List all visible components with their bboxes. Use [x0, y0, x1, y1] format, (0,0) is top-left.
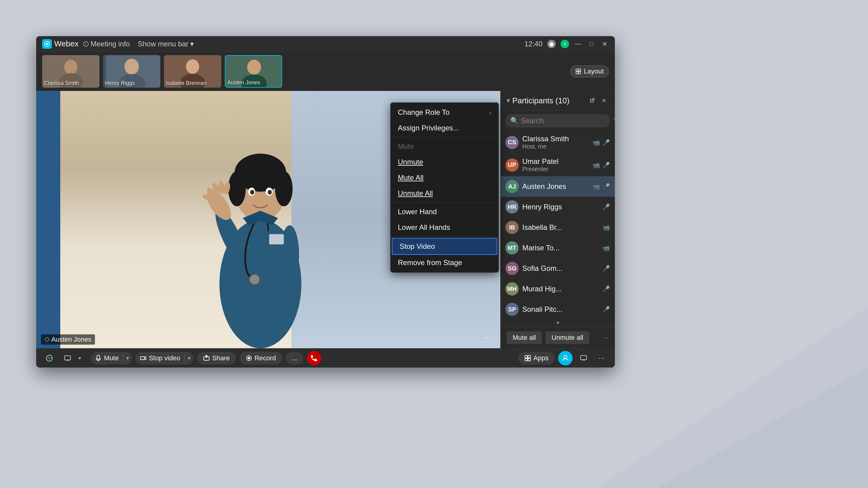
stop-video-btn-label: Stop video	[149, 354, 180, 362]
thumbnail-henry-name: Henry Riggs	[105, 80, 135, 87]
webex-icon	[42, 39, 52, 49]
stop-video-btn[interactable]: Stop video	[135, 352, 184, 364]
end-call-btn[interactable]	[307, 351, 321, 365]
participant-item-sonali[interactable]: SP Sonali Pitc... 🎤	[501, 299, 615, 319]
more-options-btn[interactable]: ···	[603, 334, 609, 341]
participant-icons-clarissa: 📹 🎤	[592, 139, 610, 146]
toolbar-right: Apps ···	[518, 351, 609, 365]
chevron-down-icon: ▾	[190, 40, 194, 48]
show-menu-btn[interactable]: Show menu bar ▾	[138, 40, 194, 48]
thumbnail-henry[interactable]: Henry Riggs	[103, 55, 160, 88]
participant-role-umar: Presenter	[522, 166, 589, 173]
participant-item-isabella[interactable]: IB Isabella Br... 📹	[501, 217, 615, 238]
avatar-marise: MT	[505, 241, 519, 255]
mute-btn-label: Mute	[104, 354, 119, 362]
menu-item-unmute[interactable]: Unmute	[391, 154, 498, 170]
chat-chevron[interactable]: ▾	[79, 355, 81, 361]
panel-collapse-btn[interactable]: ▾	[507, 97, 510, 104]
meeting-info-btn[interactable]: i Meeting info	[83, 40, 130, 48]
layout-button[interactable]: Layout	[570, 65, 609, 77]
participant-item-marise[interactable]: MT Marise To... 📹	[501, 238, 615, 258]
participant-role-clarissa: Host, me	[522, 143, 589, 150]
mute-btn-group: Mute ▾	[91, 352, 132, 364]
participant-info-sonali: Sonali Pitc...	[522, 305, 599, 314]
chat-btn[interactable]	[60, 351, 75, 365]
participant-item-clarissa[interactable]: CS Clarissa Smith Host, me 📹 🎤	[501, 131, 615, 154]
participant-icons-umar: 📹 🎤	[592, 161, 610, 169]
svg-point-59	[564, 355, 567, 358]
more-btn[interactable]: ...	[286, 352, 303, 364]
video-icon-isabella: 📹	[602, 224, 610, 231]
panel-popout-btn[interactable]	[587, 96, 597, 105]
apps-btn[interactable]: Apps	[518, 352, 555, 364]
thumbnails-row: Clarissa Smith Henry Riggs Isabelle Bren…	[36, 52, 615, 91]
panel-close-btn[interactable]: ✕	[599, 96, 609, 105]
curtain	[36, 91, 60, 348]
meeting-info-label: Meeting info	[90, 40, 130, 48]
menu-item-unmute-label: Unmute	[398, 158, 423, 166]
main-content: → Austen Jones ▾ Participants (10)	[36, 91, 615, 348]
sort-btn[interactable]: ⇅	[613, 117, 615, 125]
participant-icons-murad: 🎤	[602, 285, 610, 293]
mute-all-btn[interactable]: Mute all	[507, 331, 542, 344]
svg-rect-22	[576, 72, 578, 74]
menu-item-stop-video[interactable]: Stop Video	[392, 238, 497, 255]
video-icon-clarissa: 📹	[592, 139, 600, 146]
menu-item-mute-label: Mute	[398, 142, 414, 151]
mute-arrow-btn[interactable]: ▾	[123, 352, 132, 364]
menu-item-lower-hand-label: Lower Hand	[398, 207, 437, 216]
svg-rect-55	[525, 355, 527, 358]
menu-item-lower-all-hands[interactable]: Lower All Hands	[391, 220, 498, 235]
chat-panel-btn[interactable]	[576, 351, 591, 365]
thumbnail-isabelle[interactable]: Isabelle Brennan	[164, 55, 221, 88]
mic-icon-umar: 🎤	[602, 161, 610, 169]
context-menu: Change Role To › Assign Privileges... Mu…	[390, 102, 499, 272]
menu-item-remove-stage[interactable]: Remove from Stage	[391, 255, 498, 270]
menu-item-mute-all[interactable]: Mute All	[391, 170, 498, 186]
unmute-all-btn[interactable]: Unmute all	[546, 331, 589, 344]
thumbnail-isabelle-name: Isabelle Brennan	[166, 80, 207, 87]
menu-item-lower-hand[interactable]: Lower Hand	[391, 204, 498, 220]
avatar-clarissa: CS	[505, 136, 519, 149]
minimize-btn[interactable]: —	[574, 40, 582, 48]
video-arrow-btn[interactable]: ▾	[184, 352, 193, 364]
svg-rect-58	[528, 358, 530, 361]
search-box: 🔍 ⇅	[505, 114, 610, 127]
svg-rect-21	[579, 69, 581, 71]
close-btn[interactable]: ✕	[600, 40, 609, 48]
participants-btn[interactable]	[558, 351, 572, 365]
search-input[interactable]	[521, 117, 611, 125]
participant-item-murad[interactable]: MH Murad Hig... 🎤	[501, 279, 615, 299]
recording-indicator: ⬤	[547, 40, 556, 48]
svg-rect-57	[525, 358, 527, 361]
participant-name-sofia: Sofia Gom...	[522, 264, 599, 272]
participant-info-clarissa: Clarissa Smith Host, me	[522, 135, 589, 150]
participant-item-austen[interactable]: AJ Austen Jones 📹 🎤	[501, 176, 615, 197]
menu-item-change-role[interactable]: Change Role To ›	[391, 104, 498, 120]
title-bar: Webex i Meeting info Show menu bar ▾ 12:…	[36, 36, 615, 52]
video-icon-umar: 📹	[592, 161, 600, 169]
participant-item-umar[interactable]: UP Umar Patel Presenter 📹 🎤	[501, 154, 615, 176]
maximize-btn[interactable]: □	[587, 40, 595, 48]
share-btn[interactable]: Share	[197, 352, 236, 364]
menu-item-mute: Mute	[391, 138, 498, 154]
menu-divider-2	[391, 202, 498, 203]
record-btn-label: Record	[255, 354, 276, 362]
menu-item-assign-privileges[interactable]: Assign Privileges...	[391, 120, 498, 136]
participant-info-austen: Austen Jones	[522, 182, 589, 191]
svg-rect-23	[579, 72, 581, 74]
participant-item-sofia[interactable]: SG Sofia Gom... 🎤	[501, 258, 615, 279]
mic-icon-sonali: 🎤	[602, 306, 610, 313]
participant-name-murad: Murad Hig...	[522, 285, 599, 293]
thumbnail-austen[interactable]: Austen Jones	[225, 55, 282, 88]
avatar-henry: HR	[505, 200, 519, 214]
participant-item-henry[interactable]: HR Henry Riggs 🎤	[501, 197, 615, 217]
svg-rect-43	[269, 234, 284, 244]
mute-btn[interactable]: Mute	[91, 352, 123, 364]
activity-btn[interactable]	[42, 351, 57, 365]
record-btn[interactable]: Record	[240, 352, 282, 364]
more-options-btn-right[interactable]: ···	[594, 351, 609, 365]
menu-item-unmute-all[interactable]: Unmute All	[391, 186, 498, 201]
thumbnail-clarissa[interactable]: Clarissa Smith	[42, 55, 99, 88]
menu-item-stop-video-label: Stop Video	[400, 242, 435, 251]
